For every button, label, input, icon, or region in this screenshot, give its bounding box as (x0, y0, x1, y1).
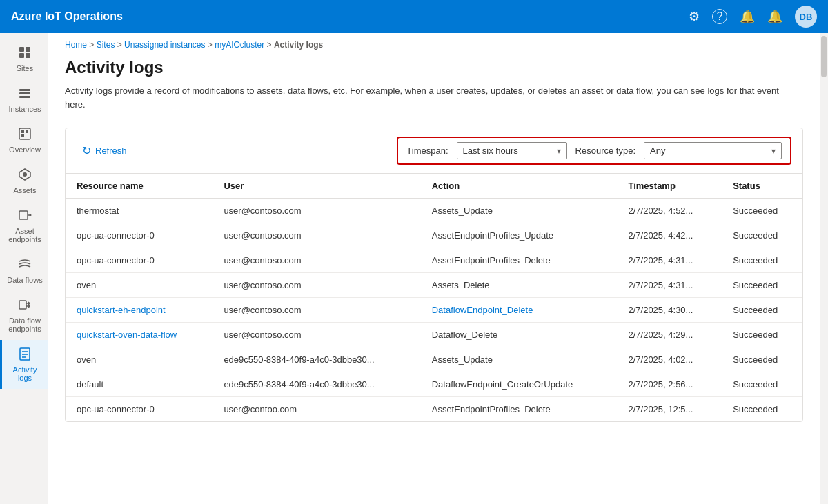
cell-status: Succeeded (722, 273, 802, 298)
alert-icon[interactable]: 🔔 (740, 9, 755, 24)
layout: Sites Instances Overview (0, 33, 828, 504)
sidebar-item-assets[interactable]: Assets (0, 161, 48, 201)
sidebar-label-data-flow-endpoints: Data flow endpoints (5, 316, 45, 333)
svg-rect-13 (19, 211, 28, 219)
svg-rect-9 (26, 130, 28, 133)
instances-icon (18, 86, 32, 102)
cell-resource-name[interactable]: quickstart-oven-data-flow (66, 323, 213, 347)
sidebar-item-instances[interactable]: Instances (0, 79, 48, 120)
data-flow-endpoints-icon (18, 298, 32, 314)
timespan-chevron-icon: ▾ (557, 146, 561, 156)
cell-user: user@contoso.com (213, 323, 420, 347)
app-title: Azure IoT Operations (11, 10, 123, 23)
sidebar-label-data-flows: Data flows (7, 276, 42, 284)
cell-user: ede9c550-8384-40f9-a4c0-3dbbe30... (213, 372, 420, 397)
sidebar-item-activity-logs[interactable]: Activity logs (0, 340, 48, 389)
notification-bell-icon[interactable]: 🔔 (767, 9, 782, 24)
cell-resource-name[interactable]: quickstart-eh-endpoint (66, 298, 213, 323)
table-row: ovenede9c550-8384-40f9-a4c0-3dbbe30...As… (66, 347, 802, 372)
cell-user: user@contoso.com (213, 298, 420, 323)
breadcrumb-unassigned-instances[interactable]: Unassigned instances (124, 40, 205, 50)
col-resource-name: Resource name (66, 174, 213, 199)
filters-box: Timespan: Last six hours ▾ Resource type… (397, 137, 791, 165)
sidebar-label-sites: Sites (17, 64, 33, 72)
assets-icon (18, 168, 32, 183)
cell-user: user@contoso.com (213, 199, 420, 223)
sites-icon (18, 46, 32, 61)
cell-status: Succeeded (722, 323, 802, 347)
help-icon[interactable]: ? (712, 9, 727, 24)
main-content: Home > Sites > Unassigned instances > my… (48, 33, 820, 504)
page-title: Activity logs (65, 58, 803, 77)
cell-resource-name: opc-ua-connector-0 (66, 223, 213, 248)
cell-action: AssetEndpointProfiles_Delete (421, 248, 618, 273)
cell-user: user@contoso.com (213, 223, 420, 248)
sidebar-item-data-flows[interactable]: Data flows (0, 250, 48, 291)
sidebar: Sites Instances Overview (0, 33, 48, 504)
sidebar-item-data-flow-endpoints[interactable]: Data flow endpoints (0, 291, 48, 340)
refresh-icon: ↻ (82, 144, 91, 157)
settings-icon[interactable]: ⚙ (689, 9, 700, 24)
cell-timestamp: 2/7/2025, 4:42... (617, 223, 722, 248)
resource-type-select[interactable]: Any ▾ (644, 142, 782, 159)
cell-timestamp: 2/7/2025, 2:56... (617, 372, 722, 397)
table-row: opc-ua-connector-0user@contoso.comAssetE… (66, 248, 802, 273)
scrollbar-thumb (821, 36, 827, 77)
cell-user: user@contoso.com (213, 273, 420, 298)
toolbar: ↻ Refresh Timespan: Last six hours ▾ Res… (66, 128, 802, 174)
cell-timestamp: 2/7/2025, 4:29... (617, 323, 722, 347)
cell-status: Succeeded (722, 199, 802, 223)
data-flows-icon (18, 257, 32, 273)
col-action: Action (421, 174, 618, 199)
col-timestamp: Timestamp (617, 174, 722, 199)
cell-timestamp: 2/7/2025, 4:31... (617, 273, 722, 298)
top-nav: Azure IoT Operations ⚙ ? 🔔 🔔 DB (0, 0, 828, 33)
svg-rect-2 (19, 53, 24, 58)
cell-action: Assets_Delete (421, 273, 618, 298)
cell-timestamp: 2/7/2025, 4:02... (617, 347, 722, 372)
cell-action: DataflowEndpoint_CreateOrUpdate (421, 372, 618, 397)
svg-rect-5 (19, 92, 30, 94)
svg-rect-0 (19, 47, 24, 52)
refresh-label: Refresh (95, 145, 127, 156)
breadcrumb-activity-logs: Activity logs (274, 40, 323, 50)
cell-status: Succeeded (722, 223, 802, 248)
cell-status: Succeeded (722, 298, 802, 323)
nav-icons: ⚙ ? 🔔 🔔 DB (689, 6, 817, 28)
svg-rect-8 (21, 130, 24, 133)
cell-resource-name: oven (66, 273, 213, 298)
sidebar-label-instances: Instances (8, 105, 41, 113)
svg-rect-7 (19, 128, 30, 139)
cell-action: Assets_Update (421, 199, 618, 223)
scrollbar[interactable] (820, 33, 828, 504)
table-row: opc-ua-connector-0user@contoso.comAssetE… (66, 223, 802, 248)
cell-action[interactable]: DataflowEndpoint_Delete (421, 298, 618, 323)
cell-timestamp: 2/7/2025, 4:30... (617, 298, 722, 323)
svg-rect-10 (21, 134, 24, 137)
refresh-button[interactable]: ↻ Refresh (77, 141, 132, 160)
svg-point-12 (23, 172, 27, 177)
sidebar-item-overview[interactable]: Overview (0, 120, 48, 161)
table-container: ↻ Refresh Timespan: Last six hours ▾ Res… (65, 128, 803, 422)
sidebar-item-asset-endpoints[interactable]: Asset endpoints (0, 201, 48, 250)
cell-resource-name: opc-ua-connector-0 (66, 397, 213, 422)
breadcrumb-sites[interactable]: Sites (97, 40, 115, 50)
cell-resource-name: default (66, 372, 213, 397)
cell-action: Dataflow_Delete (421, 323, 618, 347)
sidebar-label-asset-endpoints: Asset endpoints (5, 227, 45, 243)
resource-type-chevron-icon: ▾ (771, 146, 776, 156)
table-row: opc-ua-connector-0user@contoo.comAssetEn… (66, 397, 802, 422)
timespan-select[interactable]: Last six hours ▾ (457, 142, 567, 159)
cell-action: AssetEndpointProfiles_Update (421, 223, 618, 248)
breadcrumb-home[interactable]: Home (65, 40, 87, 50)
cell-status: Succeeded (722, 248, 802, 273)
avatar[interactable]: DB (795, 6, 817, 28)
sidebar-label-assets: Assets (13, 186, 36, 194)
cell-timestamp: 2/7/2025, 4:52... (617, 199, 722, 223)
cell-timestamp: 2/7/2025, 4:31... (617, 248, 722, 273)
overview-icon (18, 127, 32, 143)
breadcrumb-cluster[interactable]: myAIOcluster (215, 40, 264, 50)
cell-action: AssetEndpointProfiles_Delete (421, 397, 618, 422)
table-row: ovenuser@contoso.comAssets_Delete2/7/202… (66, 273, 802, 298)
sidebar-item-sites[interactable]: Sites (0, 39, 48, 79)
